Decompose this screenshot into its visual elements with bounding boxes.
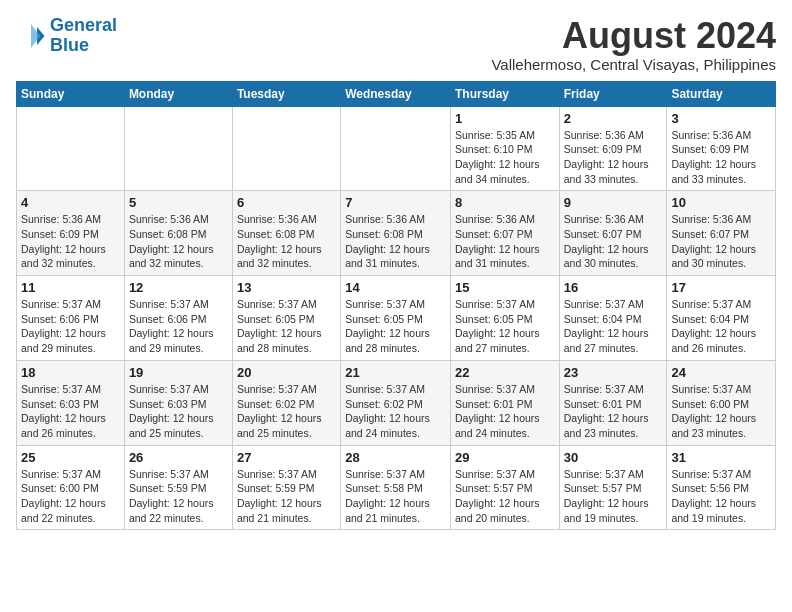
day-info: Sunrise: 5:36 AM Sunset: 6:09 PM Dayligh… <box>564 128 663 187</box>
calendar-cell: 10Sunrise: 5:36 AM Sunset: 6:07 PM Dayli… <box>667 191 776 276</box>
calendar-cell: 9Sunrise: 5:36 AM Sunset: 6:07 PM Daylig… <box>559 191 667 276</box>
calendar-cell: 14Sunrise: 5:37 AM Sunset: 6:05 PM Dayli… <box>341 276 451 361</box>
day-number: 12 <box>129 280 228 295</box>
day-number: 3 <box>671 111 771 126</box>
day-info: Sunrise: 5:37 AM Sunset: 6:02 PM Dayligh… <box>345 382 446 441</box>
week-row-1: 1Sunrise: 5:35 AM Sunset: 6:10 PM Daylig… <box>17 106 776 191</box>
logo-line1: General <box>50 15 117 35</box>
calendar-cell <box>17 106 125 191</box>
day-number: 16 <box>564 280 663 295</box>
day-number: 18 <box>21 365 120 380</box>
day-number: 26 <box>129 450 228 465</box>
day-number: 6 <box>237 195 336 210</box>
calendar-cell: 30Sunrise: 5:37 AM Sunset: 5:57 PM Dayli… <box>559 445 667 530</box>
day-number: 11 <box>21 280 120 295</box>
calendar-cell: 29Sunrise: 5:37 AM Sunset: 5:57 PM Dayli… <box>450 445 559 530</box>
day-info: Sunrise: 5:37 AM Sunset: 6:00 PM Dayligh… <box>21 467 120 526</box>
day-info: Sunrise: 5:37 AM Sunset: 6:00 PM Dayligh… <box>671 382 771 441</box>
day-info: Sunrise: 5:37 AM Sunset: 6:01 PM Dayligh… <box>455 382 555 441</box>
day-info: Sunrise: 5:37 AM Sunset: 6:05 PM Dayligh… <box>345 297 446 356</box>
day-info: Sunrise: 5:37 AM Sunset: 6:05 PM Dayligh… <box>455 297 555 356</box>
page-title: August 2024 <box>491 16 776 56</box>
day-info: Sunrise: 5:37 AM Sunset: 5:58 PM Dayligh… <box>345 467 446 526</box>
calendar-cell: 4Sunrise: 5:36 AM Sunset: 6:09 PM Daylig… <box>17 191 125 276</box>
day-info: Sunrise: 5:36 AM Sunset: 6:08 PM Dayligh… <box>345 212 446 271</box>
calendar-cell: 17Sunrise: 5:37 AM Sunset: 6:04 PM Dayli… <box>667 276 776 361</box>
column-header-saturday: Saturday <box>667 81 776 106</box>
day-number: 28 <box>345 450 446 465</box>
week-row-4: 18Sunrise: 5:37 AM Sunset: 6:03 PM Dayli… <box>17 360 776 445</box>
calendar-cell: 13Sunrise: 5:37 AM Sunset: 6:05 PM Dayli… <box>232 276 340 361</box>
calendar-cell: 18Sunrise: 5:37 AM Sunset: 6:03 PM Dayli… <box>17 360 125 445</box>
title-block: August 2024 Vallehermoso, Central Visaya… <box>491 16 776 73</box>
column-header-wednesday: Wednesday <box>341 81 451 106</box>
day-info: Sunrise: 5:37 AM Sunset: 6:03 PM Dayligh… <box>21 382 120 441</box>
calendar-body: 1Sunrise: 5:35 AM Sunset: 6:10 PM Daylig… <box>17 106 776 530</box>
day-number: 13 <box>237 280 336 295</box>
day-info: Sunrise: 5:36 AM Sunset: 6:07 PM Dayligh… <box>671 212 771 271</box>
day-number: 5 <box>129 195 228 210</box>
day-number: 15 <box>455 280 555 295</box>
column-header-thursday: Thursday <box>450 81 559 106</box>
calendar-cell <box>124 106 232 191</box>
day-info: Sunrise: 5:37 AM Sunset: 5:56 PM Dayligh… <box>671 467 771 526</box>
calendar-table: SundayMondayTuesdayWednesdayThursdayFrid… <box>16 81 776 531</box>
svg-marker-1 <box>31 24 40 48</box>
calendar-cell: 15Sunrise: 5:37 AM Sunset: 6:05 PM Dayli… <box>450 276 559 361</box>
day-info: Sunrise: 5:35 AM Sunset: 6:10 PM Dayligh… <box>455 128 555 187</box>
day-info: Sunrise: 5:37 AM Sunset: 6:04 PM Dayligh… <box>564 297 663 356</box>
day-number: 1 <box>455 111 555 126</box>
calendar-cell: 3Sunrise: 5:36 AM Sunset: 6:09 PM Daylig… <box>667 106 776 191</box>
column-header-tuesday: Tuesday <box>232 81 340 106</box>
calendar-cell: 8Sunrise: 5:36 AM Sunset: 6:07 PM Daylig… <box>450 191 559 276</box>
day-info: Sunrise: 5:36 AM Sunset: 6:07 PM Dayligh… <box>455 212 555 271</box>
calendar-cell: 1Sunrise: 5:35 AM Sunset: 6:10 PM Daylig… <box>450 106 559 191</box>
week-row-5: 25Sunrise: 5:37 AM Sunset: 6:00 PM Dayli… <box>17 445 776 530</box>
column-header-sunday: Sunday <box>17 81 125 106</box>
day-number: 31 <box>671 450 771 465</box>
calendar-cell: 23Sunrise: 5:37 AM Sunset: 6:01 PM Dayli… <box>559 360 667 445</box>
day-number: 9 <box>564 195 663 210</box>
day-number: 4 <box>21 195 120 210</box>
day-info: Sunrise: 5:36 AM Sunset: 6:08 PM Dayligh… <box>129 212 228 271</box>
calendar-cell: 25Sunrise: 5:37 AM Sunset: 6:00 PM Dayli… <box>17 445 125 530</box>
day-number: 30 <box>564 450 663 465</box>
calendar-cell: 21Sunrise: 5:37 AM Sunset: 6:02 PM Dayli… <box>341 360 451 445</box>
calendar-cell: 19Sunrise: 5:37 AM Sunset: 6:03 PM Dayli… <box>124 360 232 445</box>
day-info: Sunrise: 5:36 AM Sunset: 6:08 PM Dayligh… <box>237 212 336 271</box>
calendar-header: SundayMondayTuesdayWednesdayThursdayFrid… <box>17 81 776 106</box>
day-number: 2 <box>564 111 663 126</box>
calendar-cell: 28Sunrise: 5:37 AM Sunset: 5:58 PM Dayli… <box>341 445 451 530</box>
calendar-cell: 24Sunrise: 5:37 AM Sunset: 6:00 PM Dayli… <box>667 360 776 445</box>
page-header: General Blue August 2024 Vallehermoso, C… <box>16 16 776 73</box>
day-info: Sunrise: 5:37 AM Sunset: 6:05 PM Dayligh… <box>237 297 336 356</box>
day-number: 14 <box>345 280 446 295</box>
day-number: 22 <box>455 365 555 380</box>
week-row-2: 4Sunrise: 5:36 AM Sunset: 6:09 PM Daylig… <box>17 191 776 276</box>
day-number: 21 <box>345 365 446 380</box>
day-number: 29 <box>455 450 555 465</box>
calendar-cell: 6Sunrise: 5:36 AM Sunset: 6:08 PM Daylig… <box>232 191 340 276</box>
calendar-cell: 31Sunrise: 5:37 AM Sunset: 5:56 PM Dayli… <box>667 445 776 530</box>
column-header-friday: Friday <box>559 81 667 106</box>
day-info: Sunrise: 5:37 AM Sunset: 5:59 PM Dayligh… <box>237 467 336 526</box>
day-info: Sunrise: 5:36 AM Sunset: 6:07 PM Dayligh… <box>564 212 663 271</box>
calendar-cell: 27Sunrise: 5:37 AM Sunset: 5:59 PM Dayli… <box>232 445 340 530</box>
day-number: 8 <box>455 195 555 210</box>
calendar-cell: 20Sunrise: 5:37 AM Sunset: 6:02 PM Dayli… <box>232 360 340 445</box>
day-info: Sunrise: 5:36 AM Sunset: 6:09 PM Dayligh… <box>671 128 771 187</box>
logo-icon <box>16 21 46 51</box>
week-row-3: 11Sunrise: 5:37 AM Sunset: 6:06 PM Dayli… <box>17 276 776 361</box>
calendar-cell: 12Sunrise: 5:37 AM Sunset: 6:06 PM Dayli… <box>124 276 232 361</box>
calendar-cell: 2Sunrise: 5:36 AM Sunset: 6:09 PM Daylig… <box>559 106 667 191</box>
day-number: 24 <box>671 365 771 380</box>
logo-text: General Blue <box>50 16 117 56</box>
calendar-cell: 16Sunrise: 5:37 AM Sunset: 6:04 PM Dayli… <box>559 276 667 361</box>
day-info: Sunrise: 5:37 AM Sunset: 5:57 PM Dayligh… <box>564 467 663 526</box>
column-header-monday: Monday <box>124 81 232 106</box>
day-number: 10 <box>671 195 771 210</box>
day-info: Sunrise: 5:37 AM Sunset: 6:02 PM Dayligh… <box>237 382 336 441</box>
day-number: 23 <box>564 365 663 380</box>
day-info: Sunrise: 5:37 AM Sunset: 6:01 PM Dayligh… <box>564 382 663 441</box>
day-number: 19 <box>129 365 228 380</box>
